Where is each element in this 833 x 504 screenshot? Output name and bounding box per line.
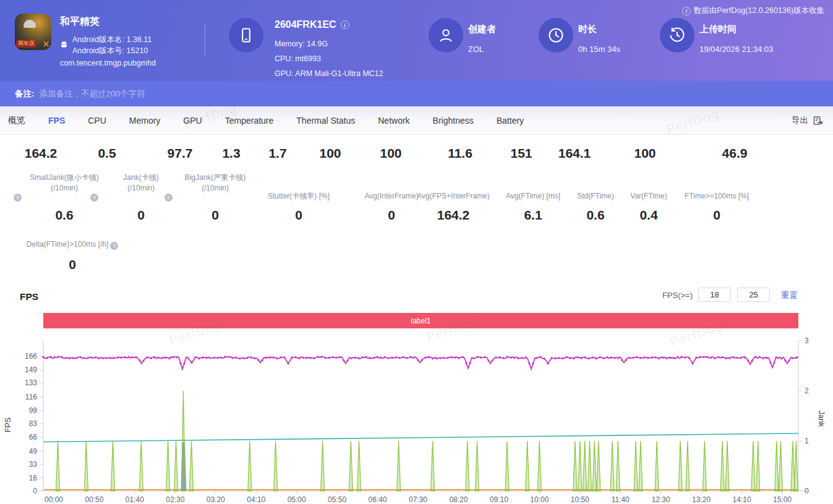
person-icon: [437, 27, 455, 44]
svg-text:33: 33: [29, 460, 38, 469]
svg-text:116: 116: [25, 393, 37, 401]
upload-label: 上传时间: [699, 23, 737, 35]
stat-value: 100: [605, 146, 685, 161]
svg-text:133: 133: [25, 378, 37, 387]
svg-text:2: 2: [805, 387, 809, 395]
svg-text:08:20: 08:20: [449, 495, 468, 504]
clock-icon: [547, 27, 565, 44]
android-version-name: Android版本名: 1.36.11: [72, 34, 152, 45]
creator-icon-circle: [429, 18, 463, 53]
svg-text:12:30: 12:30: [652, 495, 670, 504]
duration-icon-circle: [539, 18, 573, 53]
stat-value: 46.9: [694, 146, 775, 161]
svg-text:13:20: 13:20: [692, 495, 711, 504]
reset-button[interactable]: 重置: [781, 290, 798, 301]
duration-label: 时长: [578, 23, 597, 35]
fps-threshold-label: FPS(>=): [637, 291, 693, 300]
creator-value: ZOL: [468, 45, 484, 54]
svg-text:14:10: 14:10: [733, 495, 751, 504]
svg-text:03:20: 03:20: [207, 495, 225, 504]
tabs-container: 概览FPSCPUMemoryGPUTemperatureThermal Stat…: [0, 115, 524, 126]
tab-battery[interactable]: Battery: [497, 116, 524, 126]
report-header: 周年庆 ✕ 和平精英 Android版本名: 1.36.11 Android版本…: [0, 0, 833, 81]
tab-overview[interactable]: 概览: [8, 115, 25, 126]
device-info-icon[interactable]: i: [341, 20, 349, 29]
stat-label: Delta(FTime)>100ms [/h]?: [11, 240, 134, 250]
stat-value: 0: [258, 208, 339, 223]
stats-panel: 164.20.597.71.31.710010011.6151164.11004…: [0, 135, 833, 284]
upload-icon-circle: [660, 18, 694, 53]
app-icon-badge: 周年庆: [16, 40, 36, 48]
tab-gpu[interactable]: GPU: [183, 116, 202, 126]
svg-text:02:30: 02:30: [166, 495, 184, 504]
app-icon: 周年庆 ✕: [15, 14, 51, 50]
help-icon[interactable]: ?: [164, 194, 173, 202]
android-icon: [60, 40, 68, 49]
svg-text:06:40: 06:40: [369, 495, 387, 504]
app-icon-art: [23, 20, 36, 28]
svg-text:FPS: FPS: [4, 417, 12, 432]
device-cpu: CPU: mt6993: [275, 54, 321, 63]
fps-threshold-input-low[interactable]: [698, 288, 731, 302]
app-package: com.tencent.tmgp.pubgmhd: [60, 59, 156, 67]
tab-network[interactable]: Network: [378, 116, 409, 126]
svg-text:16: 16: [29, 474, 38, 482]
device-model-row: 2604FRK1EC i: [275, 19, 349, 30]
scene-label: label1: [411, 317, 430, 325]
tab-brightness[interactable]: Brightness: [433, 116, 474, 126]
stat-value: 164.2: [413, 208, 493, 223]
export-button[interactable]: 导出: [792, 106, 823, 135]
svg-text:49: 49: [29, 447, 38, 456]
app-name: 和平精英: [60, 15, 100, 28]
tab-thermal-status[interactable]: Thermal Status: [296, 116, 355, 126]
svg-text:00:00: 00:00: [45, 495, 63, 504]
svg-text:66: 66: [29, 433, 38, 442]
upload-value: 19/04/2026 21:34:03: [699, 45, 773, 54]
stat-value: 164.1: [534, 146, 615, 161]
collector-note: i 数据由PerfDog(12.0.260136)版本收集: [682, 6, 824, 16]
device-model: 2604FRK1EC: [275, 19, 336, 30]
export-label: 导出: [792, 115, 808, 126]
tab-memory[interactable]: Memory: [129, 116, 161, 126]
scene-label-band[interactable]: label1: [43, 313, 798, 328]
collector-note-text: 数据由PerfDog(12.0.260136)版本收集: [694, 6, 824, 16]
device-gpu: GPU: ARM Mali-G1-Ultra MC12: [275, 69, 383, 78]
stat-label: Stutter(卡顿率) [%]: [246, 178, 351, 202]
help-icon[interactable]: ?: [90, 194, 98, 202]
stat-value: 0: [677, 208, 757, 223]
tab-temperature[interactable]: Temperature: [225, 116, 274, 126]
svg-text:166: 166: [25, 352, 37, 361]
svg-text:07:30: 07:30: [409, 495, 427, 504]
svg-text:3: 3: [805, 336, 809, 345]
stat-value: 0.5: [67, 146, 147, 161]
svg-text:0: 0: [33, 487, 37, 495]
note-input-bar[interactable]: 备注: 添加备注，不超过200个字符: [0, 81, 833, 106]
tab-cpu[interactable]: CPU: [88, 116, 106, 126]
svg-text:10:50: 10:50: [571, 495, 589, 504]
note-label: 备注:: [15, 88, 35, 100]
note-placeholder: 添加备注，不超过200个字符: [40, 88, 145, 100]
svg-text:04:10: 04:10: [247, 495, 265, 504]
svg-text:01:40: 01:40: [126, 495, 144, 504]
svg-text:Jank: Jank: [817, 411, 826, 427]
fps-jank-chart[interactable]: 0163349668399116133149166012300:0000:500…: [0, 332, 833, 504]
history-clock-icon: [669, 27, 686, 44]
stat-label: FTime>=100ms [%]: [664, 178, 769, 202]
help-icon[interactable]: ?: [110, 242, 118, 250]
fps-threshold-input-high[interactable]: [737, 288, 770, 302]
svg-text:149: 149: [25, 365, 37, 374]
svg-text:05:50: 05:50: [328, 495, 346, 504]
phone-icon: [237, 27, 255, 44]
help-icon[interactable]: ?: [14, 194, 22, 202]
svg-text:09:10: 09:10: [490, 495, 508, 504]
fps-section-title: FPS: [20, 291, 38, 302]
svg-text:05:00: 05:00: [288, 495, 306, 504]
duration-value: 0h 15m 34s: [578, 45, 620, 54]
svg-text:15:00: 15:00: [773, 495, 792, 504]
info-icon: i: [682, 7, 691, 15]
svg-text:11:40: 11:40: [612, 495, 630, 504]
tab-fps[interactable]: FPS: [48, 116, 65, 126]
app-icon-logo: ✕: [43, 40, 49, 49]
device-icon-circle: [229, 18, 263, 53]
stat-value: 0: [175, 208, 255, 223]
